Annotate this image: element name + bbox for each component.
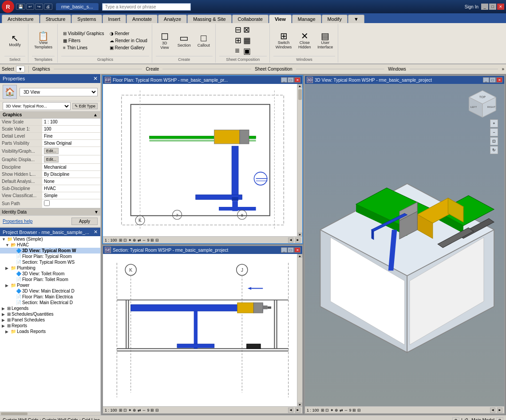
tree-item-3dview-typical[interactable]: 🔷 3D View: Typical Room W	[0, 248, 100, 254]
fp-close-btn[interactable]: ✕	[294, 77, 300, 83]
expand-plumbing[interactable]: ▶	[5, 266, 10, 270]
status-settings-btn[interactable]: ⚙	[452, 417, 459, 420]
sec-scroll-right-btn[interactable]: ►	[295, 408, 300, 413]
zoom-in-button[interactable]: +	[490, 119, 498, 127]
3d-view-button[interactable]: ◻ 3DView	[156, 29, 174, 52]
tree-item-floorplan-toilet[interactable]: 📄 Floor Plan: Toilet Room	[0, 277, 100, 282]
graph-disp-edit-btn[interactable]: Edit...	[44, 156, 59, 162]
expand-reports[interactable]: ▶	[2, 324, 6, 328]
3d-scroll-right[interactable]: ►	[497, 408, 502, 413]
tab-extra[interactable]: ▼	[348, 15, 364, 23]
expand-power[interactable]: ▶	[5, 283, 10, 288]
prop-val-sunpath[interactable]	[42, 199, 100, 208]
user-interface-button[interactable]: ▤ UserInterface	[315, 30, 335, 51]
properties-close[interactable]: ✕	[93, 75, 98, 82]
fp-minimize-btn[interactable]: _	[281, 77, 287, 83]
tree-item-panel-schedules[interactable]: ▶ ⊞ Panel Schedules	[0, 317, 100, 323]
browser-scrollbar[interactable]	[0, 412, 100, 415]
expand-schedules[interactable]: ▶	[2, 312, 6, 317]
zoom-out-button[interactable]: −	[490, 128, 498, 136]
close-hidden-button[interactable]: ✕ CloseHidden	[296, 30, 313, 51]
sec-vscrollbar[interactable]: ▲ ▼	[297, 254, 302, 406]
tree-item-floorplan-electrical[interactable]: 📄 Floor Plan: Main Electrica	[0, 294, 100, 300]
prop-val-analysis[interactable]: None	[42, 178, 100, 185]
tree-item-3dview-toilet[interactable]: 🔷 3D View: Toilet Room	[0, 271, 100, 277]
3d-close-btn[interactable]: ✕	[496, 77, 502, 83]
tab-massing[interactable]: Massing & Site	[187, 15, 231, 23]
undo-button[interactable]: ↩	[26, 4, 34, 10]
search-input[interactable]	[102, 3, 191, 11]
expand-hvac[interactable]: ▼	[5, 243, 10, 247]
tree-item-hvac[interactable]: ▼ 📂 HVAC	[0, 242, 100, 248]
sec-restore-btn[interactable]: □	[288, 247, 294, 253]
filters-button[interactable]: ▦ Filters	[61, 37, 106, 44]
sun-path-checkbox[interactable]	[44, 200, 50, 206]
tree-item-3dview-electrical[interactable]: 🔷 3D View: Main Electrical D	[0, 288, 100, 294]
graphics-collapse-btn[interactable]: ▲	[93, 112, 98, 117]
modify-button[interactable]: ↖ Modify	[6, 32, 24, 49]
vis-graph-edit-btn[interactable]: Edit...	[44, 148, 59, 154]
tree-item-section-electrical[interactable]: 📄 Section: Main Electrical D	[0, 300, 100, 305]
close-button[interactable]: ✕	[497, 4, 504, 10]
prop-val-subdiscipline[interactable]: HVAC	[42, 185, 100, 192]
render-button[interactable]: ◑ Render	[108, 30, 149, 37]
tree-item-power[interactable]: ▶ 📁 Power	[0, 282, 100, 288]
prop-val-visgraph[interactable]: Edit...	[42, 147, 100, 155]
model-settings-btn[interactable]: ⚙	[496, 417, 503, 420]
tree-item-section-typical[interactable]: 📄 Section: Typical Room WS	[0, 259, 100, 265]
apply-button[interactable]: Apply	[71, 218, 98, 225]
view-cube[interactable]: TOP LEFT RIGHT	[467, 88, 498, 119]
properties-help-link[interactable]: Properties help	[3, 219, 32, 224]
expand-views-simple[interactable]: ▼	[2, 237, 6, 242]
prop-val-viewscale[interactable]: 1 : 100	[42, 119, 100, 126]
tab-insert[interactable]: Insert	[103, 15, 126, 23]
3d-minimize-btn[interactable]: _	[483, 77, 489, 83]
print-button[interactable]: 🖨	[44, 4, 52, 10]
minimize-button[interactable]: _	[481, 4, 488, 10]
fp-scroll-up[interactable]: ▲	[298, 84, 302, 87]
tab-manage[interactable]: Manage	[292, 15, 321, 23]
tab-analyze[interactable]: Analyze	[158, 15, 187, 23]
prop-val-showhidden[interactable]: By Discipline	[42, 171, 100, 178]
tab-architecture[interactable]: Architecture	[2, 15, 40, 23]
file-tab[interactable]: rme_basic_s...	[56, 3, 99, 10]
tree-item-floorplan-typical[interactable]: 📄 Floor Plan: Typical Room	[0, 254, 100, 259]
3d-scroll-left[interactable]: ◄	[490, 408, 495, 413]
zoom-fit-button[interactable]: ⊡	[490, 137, 498, 145]
tab-collaborate[interactable]: Collaborate	[232, 15, 269, 23]
tree-item-plumbing[interactable]: ▶ 📁 Plumbing	[0, 265, 100, 271]
tree-item-legends[interactable]: ▶ ⊞ Legends	[0, 305, 100, 311]
section-button[interactable]: ▭ Section	[175, 32, 193, 49]
sec-scroll-left-btn[interactable]: ◄	[288, 408, 293, 413]
tree-item-loads-reports[interactable]: ▶ 📁 Loads Reports	[0, 329, 100, 334]
search-box[interactable]	[102, 3, 191, 11]
tree-item-schedules[interactable]: ▶ ⊞ Schedules/Quantities	[0, 311, 100, 317]
switch-windows-button[interactable]: ⊞ SwitchWindows	[273, 30, 294, 51]
sec-scroll-down[interactable]: ▼	[298, 403, 302, 406]
save-button[interactable]: 💾	[16, 4, 25, 10]
view-templates-button[interactable]: 📋 ViewTemplates	[32, 30, 55, 51]
sec-minimize-btn[interactable]: _	[281, 247, 287, 253]
tree-item-reports[interactable]: ▶ ⊞ Reports	[0, 323, 100, 329]
prop-val-graphdisp[interactable]: Edit...	[42, 155, 100, 164]
prop-val-detaillevel[interactable]: Fine	[42, 133, 100, 140]
render-cloud-button[interactable]: ☁ Render in Cloud	[108, 37, 149, 44]
prop-val-discipline[interactable]: Mechanical	[42, 164, 100, 171]
expand-loads-reports[interactable]: ▶	[5, 329, 10, 334]
tab-modify[interactable]: Modify	[322, 15, 348, 23]
visibility-graphics-button[interactable]: ⊞ Visibility/ Graphics	[61, 30, 106, 37]
floor-plan-content[interactable]: K	[103, 84, 302, 236]
sign-in-link[interactable]: Sign In	[465, 4, 478, 9]
orbit-button[interactable]: ↻	[490, 146, 498, 154]
expand-panel-schedules[interactable]: ▶	[2, 318, 6, 322]
sec-scroll-up[interactable]: ▲	[298, 254, 302, 258]
view-type-select[interactable]: 3D View	[20, 88, 98, 96]
fp-scroll-down[interactable]: ▼	[298, 233, 302, 236]
thin-lines-button[interactable]: ≡ Thin Lines	[61, 44, 106, 51]
redo-button[interactable]: ↪	[35, 4, 43, 10]
tab-systems[interactable]: Systems	[71, 15, 102, 23]
browser-close[interactable]: ✕	[94, 229, 98, 235]
tab-annotate[interactable]: Annotate	[126, 15, 158, 23]
expand-arrow[interactable]: »	[502, 67, 504, 71]
3d-restore-btn[interactable]: □	[490, 77, 496, 83]
